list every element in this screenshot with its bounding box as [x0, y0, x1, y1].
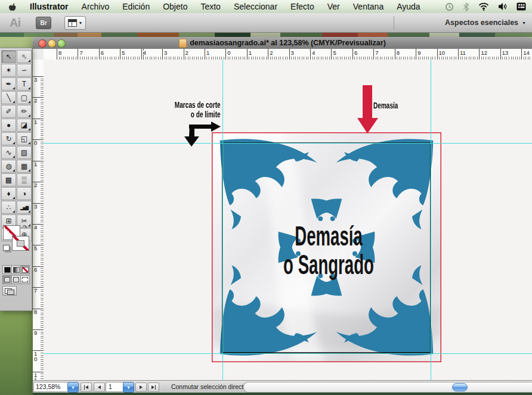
ruler-tick [500, 49, 501, 60]
zoom-window-button[interactable] [57, 39, 66, 48]
ruler-number: 5 [333, 49, 336, 56]
menu-illustrator[interactable]: Illustrator [23, 1, 75, 13]
gradient-tool[interactable]: ▒ [17, 173, 32, 186]
ruler-number: 7 [375, 49, 378, 56]
menu-archivo[interactable]: Archivo [75, 1, 116, 13]
ruler-number: 6 [34, 268, 39, 273]
graph-tool[interactable]: ▂▅▇ [17, 201, 32, 214]
line-tool[interactable]: ╲ [1, 91, 16, 104]
workspace-switcher[interactable]: Aspectos esenciales ▼ [394, 16, 526, 29]
selection-tool[interactable]: ↖ [1, 50, 16, 63]
width-tool[interactable]: ∿ [1, 146, 16, 159]
menu-texto[interactable]: Texto [194, 1, 227, 13]
wifi-icon[interactable] [478, 2, 489, 11]
menu-seleccionar[interactable]: Seleccionar [227, 1, 284, 13]
pen-tool[interactable]: ✒ [1, 77, 16, 91]
ruler-tick [479, 49, 480, 60]
close-window-button[interactable] [38, 39, 47, 48]
scale-tool-icon: ◱ [21, 135, 27, 142]
free-transform-tool[interactable]: ▧ [17, 146, 32, 159]
desktop-wallpaper-strip [0, 32, 532, 37]
ruler-number: 8 [58, 49, 61, 56]
ruler-number: 0 [34, 141, 39, 146]
desktop-dark-strip [33, 393, 532, 395]
bridge-button[interactable]: Br [36, 17, 51, 29]
arrange-documents-button[interactable]: ▼ [64, 16, 86, 30]
screen-mode-button[interactable] [2, 286, 17, 296]
none-button[interactable] [20, 265, 30, 274]
selection-tool-icon: ↖ [5, 53, 11, 60]
ruler-tick [184, 49, 184, 60]
menu-ventana[interactable]: Ventana [347, 1, 390, 13]
crop-marks-label[interactable]: Marcas de corte o de límite [175, 100, 221, 119]
ruler-number: 10 [34, 352, 39, 362]
rotate-tool[interactable]: ↻ [1, 132, 16, 145]
zoom-level-field[interactable]: 123,58% [33, 382, 69, 392]
default-fill-stroke-icon[interactable] [3, 245, 10, 251]
pencil-tool[interactable]: ✏ [17, 105, 32, 118]
eyedropper-tool[interactable]: ♦ [1, 187, 16, 200]
scale-tool[interactable]: ◱ [17, 132, 32, 145]
window-title: demasiaosangrado.ai* al 123,58% (CMYK/Pr… [190, 39, 386, 47]
next-artboard-button[interactable] [135, 382, 147, 392]
chevron-down-icon: ▼ [79, 21, 83, 25]
blend-tool[interactable]: ◑ [17, 187, 32, 200]
volume-icon[interactable] [498, 2, 508, 11]
draw-inside-button[interactable] [20, 275, 30, 284]
pen-tool-icon: ✒ [5, 80, 11, 88]
perspective-grid-tool[interactable]: ▦ [17, 160, 32, 173]
menu-ayuda[interactable]: Ayuda [390, 1, 426, 13]
apple-menu[interactable] [0, 2, 23, 11]
type-tool[interactable]: T [17, 77, 32, 91]
bluetooth-icon[interactable] [463, 2, 469, 11]
menu-efecto[interactable]: Efecto [284, 1, 321, 13]
rectangle-tool[interactable]: ▢ [17, 91, 32, 104]
crop-marks-arrow[interactable] [184, 122, 221, 147]
crop-marks-label-line2: o de límite [175, 110, 221, 119]
perspective-grid-tool-icon: ▦ [21, 163, 27, 170]
shape-builder-tool[interactable]: ◍ [1, 160, 16, 173]
menu-ver[interactable]: Ver [321, 1, 347, 13]
gradient-button[interactable] [11, 265, 21, 274]
horizontal-ruler[interactable]: 8765432101234567891011121314 [44, 49, 532, 60]
ruler-number: 9 [417, 49, 420, 56]
eraser-tool[interactable]: ◪ [17, 119, 32, 132]
menu-objeto[interactable]: Objeto [156, 1, 194, 13]
swap-fill-stroke-icon[interactable]: ↷ [23, 224, 27, 230]
input-menu-icon[interactable] [516, 2, 526, 11]
window-titlebar[interactable]: demasiaosangrado.ai* al 123,58% (CMYK/Pr… [33, 37, 532, 49]
ruler-number: 0 [227, 49, 230, 56]
blob-brush-tool[interactable]: ● [1, 119, 16, 132]
vertical-ruler[interactable]: 32101234567891011 [33, 60, 44, 380]
direct-selection-tool[interactable]: ⇖ [17, 50, 32, 63]
ruler-tick [395, 49, 395, 60]
horizontal-scrollbar[interactable] [243, 382, 532, 393]
symbol-sprayer-tool[interactable]: ∴ [1, 201, 16, 214]
eyedropper-tool-icon: ♦ [7, 190, 10, 197]
bleed-annotation-label[interactable]: Demasía [373, 101, 398, 110]
ruler-number: 8 [34, 310, 39, 315]
first-artboard-button[interactable] [81, 382, 92, 392]
horizontal-scrollbar-thumb[interactable] [452, 383, 468, 391]
lasso-tool[interactable]: ∽ [17, 64, 32, 77]
mesh-tool[interactable]: ▩ [1, 173, 16, 186]
minimize-window-button[interactable] [48, 39, 56, 48]
artboard-dropdown-button[interactable]: ▼ [123, 382, 134, 393]
menu-bar: IllustratorArchivoEdiciónObjetoTextoSele… [0, 0, 532, 14]
paintbrush-tool-icon: ✐ [5, 108, 11, 115]
zoom-dropdown-button[interactable]: ▼ [67, 382, 79, 393]
ruler-tick [416, 49, 416, 60]
canvas[interactable]: Demasía o Sangrado Marcas de corte [44, 60, 532, 380]
ruler-number: 3 [164, 49, 167, 56]
menu-edición[interactable]: Edición [116, 1, 156, 13]
color-button[interactable] [2, 265, 12, 274]
previous-artboard-button[interactable] [94, 382, 105, 392]
paintbrush-tool[interactable]: ✐ [1, 105, 16, 118]
draw-normal-button[interactable] [2, 275, 12, 284]
magic-wand-tool[interactable]: ✶ [1, 64, 16, 77]
time-machine-icon[interactable] [445, 2, 454, 11]
draw-behind-button[interactable] [11, 275, 21, 284]
ruler-number: 4 [34, 225, 39, 231]
stroke-swatch-none[interactable] [12, 236, 29, 251]
width-tool-icon: ∿ [5, 149, 11, 156]
